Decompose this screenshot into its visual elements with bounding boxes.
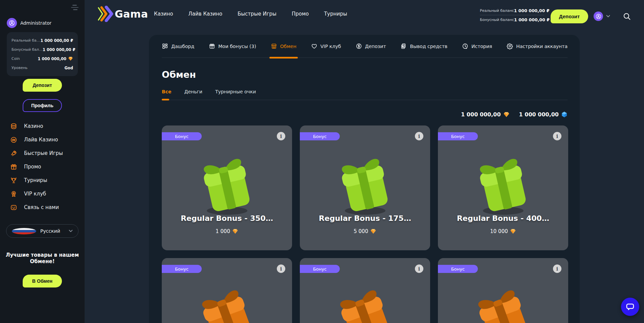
sidebar-exchange-button[interactable]: В Обмен bbox=[23, 275, 62, 287]
user-avatar-icon bbox=[7, 18, 17, 28]
exchange-balances: 1 000 000,00 1 000 000,00 bbox=[461, 111, 568, 118]
info-icon[interactable]: i bbox=[277, 132, 285, 140]
sidebar-user[interactable]: Administrator bbox=[7, 18, 51, 28]
gem-blue-icon bbox=[561, 111, 568, 118]
coin-balance-row: Coin 1 000 000,00 bbox=[12, 54, 73, 63]
vip-badge-icon bbox=[10, 190, 17, 198]
topbar-bonus-balance-value: 1 000 000,00 ₽ bbox=[514, 17, 550, 22]
dashboard-icon bbox=[162, 43, 168, 49]
language-selector[interactable]: Русский bbox=[6, 224, 79, 238]
settings-icon bbox=[507, 43, 513, 49]
logo-text: Gama bbox=[115, 8, 148, 20]
user-name: Administrator bbox=[20, 20, 51, 26]
hamburger-menu-icon[interactable] bbox=[71, 5, 79, 11]
bonus-badge: Бонус bbox=[162, 265, 202, 273]
bonus-badge: Бонус bbox=[438, 265, 478, 273]
bonus-card[interactable]: Бонус i Regular Bonus - 350… 1 000 bbox=[162, 125, 292, 250]
real-balance-row: Реальный ба… 1 000 000,00 ₽ bbox=[12, 36, 73, 45]
bonus-card[interactable]: Бонус i bbox=[438, 258, 568, 323]
filter-tournament-points[interactable]: Турнирные очки bbox=[215, 89, 256, 94]
tab-vip-club[interactable]: VIP клуб bbox=[311, 35, 341, 58]
history-icon bbox=[462, 43, 468, 49]
nav-item-promo[interactable]: Промо bbox=[292, 11, 309, 17]
sidebar-menu: Казино Лайв Казино Быстрые Игры Промо Ту… bbox=[0, 119, 85, 214]
nav-item-tournaments[interactable]: Турниры bbox=[324, 11, 347, 17]
nav-item-quick-games[interactable]: Быстрые Игры bbox=[238, 11, 276, 17]
bonus-balance-label: Бонусный бал… bbox=[12, 47, 43, 52]
sidebar-item-live-casino[interactable]: Лайв Казино bbox=[0, 133, 85, 146]
bonus-card[interactable]: Бонус i Regular Bonus - 400… 10 000 bbox=[438, 125, 568, 250]
info-icon[interactable]: i bbox=[415, 132, 423, 140]
topbar-real-balance-value: 1 000 000,00 ₽ bbox=[514, 8, 550, 13]
topbar-deposit-button[interactable]: Депозит bbox=[551, 9, 588, 23]
bonus-badge: Бонус bbox=[162, 132, 202, 140]
heart-icon bbox=[311, 43, 317, 49]
sidebar-item-tournaments[interactable]: Турниры bbox=[0, 174, 85, 187]
account-avatar-icon bbox=[594, 11, 603, 21]
gift-icon bbox=[209, 43, 215, 49]
bonus-card[interactable]: Бонус i bbox=[162, 258, 292, 323]
bonus-badge: Бонус bbox=[300, 132, 340, 140]
filter-all[interactable]: Все bbox=[162, 89, 171, 94]
chevron-down-icon bbox=[606, 15, 610, 18]
nav-item-casino[interactable]: Казино bbox=[154, 11, 173, 17]
tab-my-bonuses[interactable]: Мои бонусы (3) bbox=[209, 35, 256, 58]
tab-history[interactable]: История bbox=[462, 35, 492, 58]
tab-account-settings[interactable]: Настройки аккаунта bbox=[507, 35, 568, 58]
bonus-card[interactable]: Бонус i Regular Bonus - 175… 5 000 bbox=[300, 125, 430, 250]
coin-icon bbox=[356, 43, 362, 49]
tab-withdraw[interactable]: Вывод средств bbox=[400, 35, 447, 58]
level-row: Уровень God bbox=[12, 63, 73, 72]
coin-label: Coin bbox=[12, 56, 20, 61]
language-label: Русский bbox=[40, 228, 65, 234]
topbar-real-balance-label: Реальный баланс bbox=[480, 8, 514, 13]
filter-money[interactable]: Деньги bbox=[184, 89, 202, 94]
bonus-price: 10 000 bbox=[438, 228, 568, 234]
gem-orange-icon bbox=[232, 228, 238, 234]
nav-item-live-casino[interactable]: Лайв Казино bbox=[188, 11, 222, 17]
bonus-price: 1 000 bbox=[162, 228, 292, 234]
bonus-balance-value: 1 000 000,00 ₽ bbox=[43, 47, 75, 52]
chat-widget-button[interactable] bbox=[621, 298, 639, 316]
info-icon[interactable]: i bbox=[553, 132, 561, 140]
sidebar-item-vip-club[interactable]: VIP клуб bbox=[0, 187, 85, 201]
exchange-filters: Все Деньги Турнирные очки bbox=[162, 89, 568, 100]
bonus-card[interactable]: Бонус i bbox=[300, 258, 430, 323]
info-icon[interactable]: i bbox=[553, 264, 561, 273]
coin-value: 1 000 000,00 bbox=[38, 56, 73, 61]
sidebar-item-promo[interactable]: Промо bbox=[0, 160, 85, 174]
gama-logo[interactable]: Gama bbox=[97, 6, 148, 22]
level-label: Уровень bbox=[12, 66, 27, 70]
account-menu[interactable] bbox=[594, 11, 610, 21]
tab-deposit[interactable]: Депозит bbox=[356, 35, 386, 58]
search-icon[interactable] bbox=[623, 13, 631, 20]
gift-box-green-image bbox=[469, 152, 537, 216]
chat-bubble-icon bbox=[626, 302, 635, 311]
topbar-bonus-balance-row: Бонусный баланс 1 000 000,00 ₽ bbox=[480, 16, 544, 23]
topbar-bonus-balance-label: Бонусный баланс bbox=[480, 18, 514, 22]
info-icon[interactable]: i bbox=[415, 264, 423, 273]
real-balance-label: Реальный ба… bbox=[12, 38, 40, 43]
tab-exchange[interactable]: Обмен bbox=[271, 35, 296, 58]
bonus-price: 5 000 bbox=[300, 228, 430, 234]
rocket-icon bbox=[10, 150, 17, 157]
info-icon[interactable]: i bbox=[277, 264, 285, 273]
chat-icon bbox=[10, 204, 17, 211]
sidebar-profile-button[interactable]: Профиль bbox=[23, 99, 62, 112]
shop-icon bbox=[271, 43, 277, 49]
tab-dashboard[interactable]: Дашборд bbox=[162, 35, 194, 58]
gem-orange-icon bbox=[503, 111, 510, 118]
sidebar-item-quick-games[interactable]: Быстрые Игры bbox=[0, 146, 85, 160]
balance-summary-card: Реальный ба… 1 000 000,00 ₽ Бонусный бал… bbox=[7, 32, 78, 76]
account-panel: Дашборд Мои бонусы (3) Обмен VIP клуб Де… bbox=[149, 35, 580, 323]
points-balance: 1 000 000,00 bbox=[519, 111, 568, 118]
sidebar-item-contact-us[interactable]: Связь с нами bbox=[0, 201, 85, 214]
trophy-icon bbox=[10, 177, 17, 184]
sidebar-promo-text: Лучшие товары в нашем Обмене! bbox=[3, 252, 81, 265]
bonus-title: Regular Bonus - 400… bbox=[438, 214, 568, 223]
sidebar-item-casino[interactable]: Казино bbox=[0, 119, 85, 133]
bonus-badge: Бонус bbox=[438, 132, 478, 140]
withdraw-icon bbox=[400, 43, 407, 49]
topbar-balances: Реальный баланс 1 000 000,00 ₽ Бонусный … bbox=[480, 7, 544, 23]
sidebar-deposit-button[interactable]: Депозит bbox=[23, 79, 62, 92]
